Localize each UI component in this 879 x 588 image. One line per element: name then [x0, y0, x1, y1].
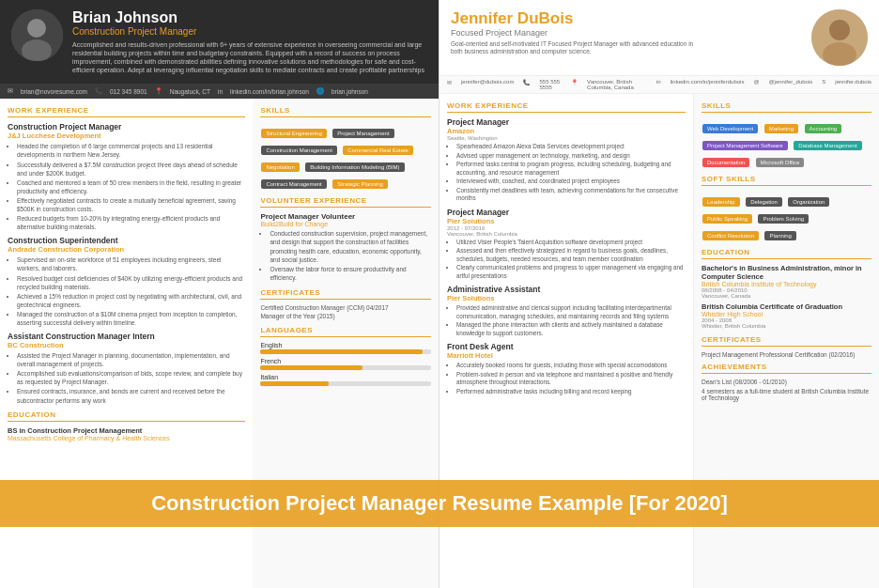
- left-edu-degree: BS in Construction Project Management: [8, 426, 245, 435]
- list-item: Provided administrative and clerical sup…: [456, 304, 686, 320]
- banner-text: Construction Project Manager Resume Exam…: [19, 491, 860, 516]
- right-skype: jennifer.dubois: [835, 79, 871, 90]
- right-contact-bar: ✉ jennifer@dubois.com 📞 555 555 5555 📍 V…: [440, 76, 879, 94]
- left-linkedin-icon: in: [218, 88, 223, 95]
- left-cert-2: Manager of the Year (2015): [260, 313, 431, 319]
- left-job2-company: Andrade Construction Corporation: [8, 245, 245, 254]
- left-cert-section-title: CERTIFICATES: [260, 288, 431, 300]
- right-name: Jennifer DuBois: [451, 9, 802, 28]
- list-item: Headed the completion of 6 large commerc…: [17, 142, 245, 159]
- right-skype-icon: S: [822, 79, 825, 90]
- list-item: Supervised an on-site workforce of 51 em…: [17, 255, 245, 272]
- left-skills-tags: Structural Engineering Project Managemen…: [260, 122, 431, 190]
- list-item: Consistently met deadlines with team, ac…: [456, 187, 686, 203]
- list-item: Interviewed with, coached, and coordinat…: [456, 178, 686, 186]
- skill-tag: Structural Engineering: [261, 129, 326, 138]
- list-item: Successfully delivered a $7.5M construct…: [17, 161, 245, 178]
- right-twitter: @jennifer_dubois: [768, 79, 812, 90]
- right-location-icon: 📍: [571, 79, 578, 90]
- right-edu-1: Bachelor's in Business Administration, m…: [702, 264, 871, 299]
- left-location-icon: 📍: [155, 87, 162, 95]
- right-phone-icon: 📞: [523, 79, 530, 90]
- left-avatar: [11, 9, 63, 61]
- skill-tag: Accounting: [805, 124, 842, 133]
- right-linkedin-icon: in: [656, 79, 661, 90]
- right-skills-tags: Web Development Marketing Accounting Pro…: [702, 117, 871, 168]
- list-item: Managed the construction of a $10M cinem…: [17, 310, 245, 327]
- right-header-text-wrap: Jennifer DuBois Focused Project Manager …: [451, 9, 802, 56]
- list-item: Spearheaded Amazon Alexa Data Services d…: [456, 143, 686, 151]
- list-item: Assisted the Project Manager in planning…: [17, 351, 245, 368]
- list-item: Accomplished sub evaluations/comparison …: [17, 369, 245, 386]
- lang-name: English: [260, 342, 431, 348]
- left-volunteer-title: Project Manager Volunteer: [260, 212, 431, 221]
- skill-tag: Project Management: [332, 129, 393, 138]
- lang-bar-fill: [260, 349, 422, 354]
- left-edu-title: EDUCATION: [8, 410, 245, 422]
- left-lang-french: French: [260, 358, 431, 370]
- right-phone: 555 555 5555: [539, 79, 562, 90]
- right-job-4: Front Desk Agent Marriott Hotel Accurate…: [447, 342, 686, 395]
- skill-tag: Planning: [764, 231, 795, 240]
- left-email-icon: ✉: [8, 87, 13, 95]
- skill-tag: Documentation: [702, 158, 749, 167]
- right-edu-section-title: EDUCATION: [702, 248, 871, 259]
- left-header: Brian Johnson Construction Project Manag…: [0, 0, 439, 84]
- left-job2-title: Construction Superintendent: [8, 236, 245, 245]
- right-job3-company: Pier Solutions: [447, 294, 686, 302]
- right-cert-1: Project Management Professional Certific…: [702, 351, 871, 358]
- right-header: Jennifer DuBois Focused Project Manager …: [440, 0, 879, 76]
- right-job2-loc: Vancouver, British Columbia: [447, 231, 686, 237]
- right-header-text: Jennifer DuBois Focused Project Manager …: [451, 9, 802, 56]
- left-summary: Accomplished and results-driven professi…: [72, 40, 427, 74]
- right-edu-2: British Columbia Certificate of Graduati…: [702, 302, 871, 329]
- list-item: Reduced budgets from 10-20% by integrati…: [17, 214, 245, 231]
- svg-point-1: [27, 19, 46, 38]
- left-job1-desc: Headed the completion of 6 large commerc…: [8, 142, 245, 231]
- right-email-icon: ✉: [447, 79, 452, 90]
- right-summary: Goal-oriented and self-motivated IT Focu…: [451, 40, 695, 56]
- skill-tag: Project Management Software: [702, 141, 788, 150]
- right-achievement-1: Dean's List (08/2006 - 01/2010): [702, 379, 871, 385]
- left-linkedin: linkedin.com/in/brian.johnson: [230, 88, 309, 95]
- right-edu2-loc: Whistler, British Columbia: [702, 323, 871, 329]
- right-soft-skills-title: SoFT SKILLS: [702, 175, 871, 186]
- list-item: Problem-solved in person and via telepho…: [456, 371, 686, 387]
- right-job-2: Project Manager Pier Solutions 2012 - 07…: [447, 208, 686, 281]
- right-job2-title: Project Manager: [447, 208, 686, 217]
- right-job4-desc: Accurately booked rooms for guests, incl…: [447, 362, 686, 395]
- left-volunteer-desc: Conducted construction supervision, proj…: [260, 229, 431, 282]
- list-item: Resolved budget cost deficiencies of $40…: [17, 274, 245, 291]
- right-soft-skills-tags: Leadership Delegation Organization Publi…: [702, 191, 871, 241]
- left-job1-company: J&J Lucchese Development: [8, 132, 245, 140]
- left-location: Naugatuck, CT: [170, 88, 210, 95]
- skill-tag: Public Speaking: [702, 214, 752, 224]
- right-title: Focused Project Manager: [451, 28, 802, 38]
- lang-bar-fill: [260, 381, 329, 386]
- list-item: Oversaw the labor force to ensure produc…: [270, 265, 431, 282]
- right-job3-title: Administrative Assistant: [447, 285, 686, 294]
- left-name: Brian Johnson: [72, 9, 427, 26]
- skill-tag: Database Management: [794, 141, 861, 150]
- right-job3-desc: Provided administrative and clerical sup…: [447, 304, 686, 337]
- right-job4-title: Front Desk Agent: [447, 342, 686, 351]
- left-website: brian.johnson: [332, 88, 368, 95]
- list-item: Utilized Visier People's Talent Acquisit…: [456, 239, 686, 247]
- right-job-3: Administrative Assistant Pier Solutions …: [447, 285, 686, 337]
- left-job3-desc: Assisted the Project Manager in planning…: [8, 351, 245, 405]
- list-item: Clearly communicated problems and progre…: [456, 264, 686, 280]
- lang-name: French: [260, 358, 431, 364]
- skill-tag: Problem Solving: [758, 214, 809, 224]
- lang-bar-bg: [260, 365, 431, 370]
- left-lang-english: English: [260, 342, 431, 354]
- lang-bar-bg: [260, 381, 431, 386]
- left-job-3: Assistant Construction Manager Intern BC…: [8, 332, 245, 405]
- svg-point-5: [823, 42, 856, 66]
- list-item: Accurately booked rooms for guests, incl…: [456, 362, 686, 370]
- page-container: Brian Johnson Construction Project Manag…: [0, 0, 879, 588]
- left-web-icon: 🌐: [316, 87, 324, 95]
- skill-tag: Marketing: [764, 124, 798, 133]
- right-email: jennifer@dubois.com: [461, 79, 514, 90]
- left-cert-1: Certified Construction Manager (CCM) 04/…: [260, 304, 431, 311]
- left-contact-bar: ✉ brian@novoresume.com 📞 012 345 8901 📍 …: [0, 84, 439, 99]
